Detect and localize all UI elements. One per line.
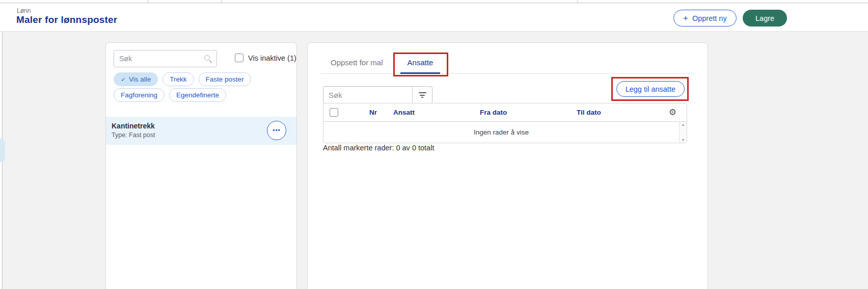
table-scrollbar[interactable]: ▲ ▼ (679, 122, 687, 143)
app-window: Lønn Maler for lønnsposter + Opprett ny … (0, 0, 868, 289)
plus-icon: + (683, 14, 688, 22)
scroll-down-icon[interactable]: ▼ (682, 138, 685, 142)
create-new-label: Opprett ny (692, 14, 727, 22)
tab-label: Oppsett for mal (331, 58, 383, 67)
column-header-til-dato[interactable]: Til dato (577, 103, 601, 122)
strip-divider (221, 0, 222, 3)
show-inactive-checkbox[interactable] (235, 54, 243, 62)
active-tab-indicator (400, 72, 441, 74)
empty-rows-message: Ingen rader å vise (323, 122, 679, 143)
show-inactive-toggle: Vis inaktive (1) (235, 54, 296, 62)
employees-table: Nr Ansatt Fra dato Til dato ⚙ Ingen rade… (323, 103, 687, 143)
save-label: Lagre (755, 14, 774, 22)
chip-label: Egendefinerte (176, 91, 219, 99)
add-employees-wrapper: Legg til ansatte (616, 81, 685, 97)
breadcrumb[interactable]: Lønn (17, 7, 31, 14)
template-type: Type: Fast post (112, 132, 155, 139)
tab-oppsett-for-mal[interactable]: Oppsett for mal (331, 58, 383, 73)
column-header-ansatt[interactable]: Ansatt (393, 103, 415, 122)
chip-label: Vis alle (129, 75, 151, 83)
employee-search-input[interactable] (323, 87, 412, 103)
filter-chip-fagforening[interactable]: Fagforening (114, 88, 165, 102)
filter-chip-trekk[interactable]: Trekk (162, 72, 194, 86)
check-icon: ✓ (121, 76, 126, 83)
page-title: Maler for lønnsposter (16, 14, 117, 25)
employee-search (323, 86, 432, 104)
more-options-icon: ••• (273, 127, 281, 134)
page-header: Lønn Maler for lønnsposter + Opprett ny … (0, 4, 868, 32)
gear-icon[interactable]: ⚙ (669, 103, 676, 122)
template-list-item-kantinetrekk[interactable]: Kantinetrekk Type: Fast post ••• (106, 117, 296, 145)
more-options-button[interactable]: ••• (267, 121, 286, 140)
selection-summary: Antall markerte rader: 0 av 0 totalt (323, 144, 434, 152)
filter-icon (419, 92, 426, 93)
tab-label: Ansatte (408, 58, 433, 67)
template-detail-panel: Oppsett for mal Ansatte Legg til ansatte (307, 42, 708, 289)
show-inactive-label: Vis inaktive (1) (248, 54, 296, 62)
detail-tabs: Oppsett for mal Ansatte (320, 43, 695, 74)
employees-table-header: Nr Ansatt Fra dato Til dato ⚙ (323, 103, 687, 122)
save-button[interactable]: Lagre (743, 10, 787, 27)
column-header-fra-dato[interactable]: Fra dato (480, 103, 507, 122)
template-list-panel: Vis inaktive (1) ✓ Vis alle Trekk Faste … (105, 42, 297, 289)
chip-label: Faste poster (206, 75, 244, 83)
sidebar-expand-handle[interactable] (0, 139, 5, 162)
column-header-nr[interactable]: Nr (369, 103, 377, 122)
filter-button[interactable] (413, 87, 432, 103)
filter-chip-vis-alle[interactable]: ✓ Vis alle (114, 72, 158, 86)
chip-label: Fagforening (121, 91, 157, 99)
scroll-up-icon[interactable]: ▲ (682, 123, 685, 126)
strip-divider (148, 0, 148, 3)
filter-chip-faste-poster[interactable]: Faste poster (199, 72, 251, 86)
add-employees-button[interactable]: Legg til ansatte (616, 81, 685, 97)
filter-chips-row-2: Fagforening Egendefinerte (114, 88, 226, 102)
add-employees-label: Legg til ansatte (626, 85, 675, 93)
template-search-input[interactable] (114, 50, 204, 67)
chip-label: Trekk (170, 75, 186, 83)
employees-table-body: Ingen rader å vise ▲ ▼ (323, 122, 687, 143)
template-title: Kantinetrekk (112, 122, 155, 130)
create-new-button[interactable]: + Opprett ny (673, 10, 737, 27)
template-search (114, 50, 217, 67)
browser-strip (0, 0, 868, 3)
select-all-checkbox[interactable] (330, 108, 338, 117)
filter-chip-egendefinerte[interactable]: Egendefinerte (169, 88, 226, 102)
tab-ansatte[interactable]: Ansatte (408, 58, 433, 73)
search-icon (204, 55, 212, 63)
strip-divider (577, 0, 578, 3)
filter-chips-row-1: ✓ Vis alle Trekk Faste poster (114, 72, 251, 86)
